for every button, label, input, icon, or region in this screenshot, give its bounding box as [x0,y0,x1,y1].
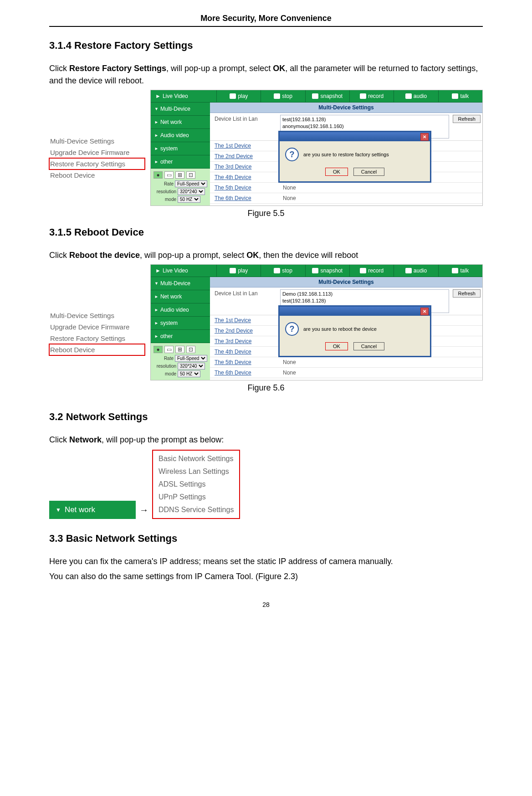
sidebar-item[interactable]: Multi-Device [151,103,210,116]
ok-button[interactable]: OK [325,168,348,176]
app-screenshot-56: ► Live Video play stop snapshot record a… [150,264,483,380]
view-2-icon[interactable]: ▭ [164,346,174,353]
ok-button[interactable]: OK [325,342,348,350]
sidebar-item[interactable]: Multi-Device [151,277,210,290]
view-9-icon[interactable]: ⊡ [186,346,195,353]
device-slot-label[interactable]: The 3rd Device [210,336,278,346]
stop-icon [274,93,280,99]
resolution-select[interactable]: 320*240 [178,188,205,195]
close-icon[interactable]: ✕ [420,133,429,141]
submenu-item[interactable]: Basic Network Settings [158,452,235,465]
close-icon[interactable]: ✕ [420,308,429,315]
device-slot-label[interactable]: The 3rd Device [210,162,278,172]
stop-button[interactable]: stop [261,90,305,102]
view-4-icon[interactable]: ⊞ [175,346,184,353]
sidebar-item[interactable]: system [151,317,210,330]
sidebar-item[interactable]: other [151,330,210,343]
paragraph-33a: Here you can fix the camera's IP address… [49,555,483,568]
resolution-label: resolution [153,188,176,195]
talk-icon [452,268,458,273]
menu-item[interactable]: Multi-Device Settings [49,135,145,147]
device-slot-value: None [278,357,482,367]
cancel-button[interactable]: Cancel [353,342,384,350]
figure-caption: Figure 5.5 [49,209,483,218]
sidebar-item[interactable]: Net work [151,116,210,129]
snapshot-button[interactable]: snapshot [305,265,349,277]
sidebar: Multi-Device Net work Audio video system… [151,103,210,205]
question-icon: ? [285,148,299,161]
submenu-item[interactable]: UPnP Settings [158,491,235,503]
menu-item-highlighted[interactable]: Reboot Device [49,344,145,355]
menu-item[interactable]: Upgrade Device Firmware [49,147,145,158]
device-list-label: Device List in Lan [210,288,278,315]
device-slot-label[interactable]: The 1st Device [210,315,278,325]
live-video-tab[interactable]: ► Live Video [151,265,216,277]
toolbar: ► Live Video play stop snapshot record a… [151,90,482,103]
rate-select[interactable]: Full-Speed [175,355,207,362]
mode-label: mode [153,370,176,377]
record-button[interactable]: record [349,90,394,102]
view-controls: ● ▭ ⊞ ⊡ RateFull-Speed resolution320*240… [151,343,210,380]
sidebar-item[interactable]: Audio video [151,129,210,142]
device-slot-label[interactable]: The 2nd Device [210,326,278,336]
heading-33: 3.3 Basic Network Settings [49,533,483,544]
menu-list-55: Multi-Device Settings Upgrade Device Fir… [49,90,145,181]
talk-icon [452,93,458,99]
menu-item[interactable]: Upgrade Device Firmware [49,321,145,333]
snapshot-button[interactable]: snapshot [305,90,349,102]
device-list-label: Device List in Lan [210,113,278,140]
stop-button[interactable]: stop [261,265,305,277]
mode-select[interactable]: 50 HZ [178,370,200,377]
figure-caption: Figure 5.6 [49,383,483,393]
toolbar: ► Live Video play stop snapshot record a… [151,265,482,277]
talk-button[interactable]: talk [438,265,482,277]
network-button[interactable]: Net work [49,501,136,519]
resolution-select[interactable]: 320*240 [178,363,205,370]
refresh-button[interactable]: Refresh [453,289,481,298]
view-2-icon[interactable]: ▭ [164,171,174,179]
play-icon [230,268,236,273]
menu-item[interactable]: Restore Factory Settings [49,333,145,344]
record-button[interactable]: record [349,265,394,277]
device-slot-label[interactable]: The 2nd Device [210,151,278,161]
sidebar: Multi-Device Net work Audio video system… [151,277,210,380]
sidebar-item[interactable]: system [151,142,210,155]
audio-button[interactable]: audio [394,90,438,102]
device-slot-label[interactable]: The 6th Device [210,368,278,378]
device-slot-label[interactable]: The 5th Device [210,183,278,193]
refresh-button[interactable]: Refresh [453,115,481,123]
menu-item[interactable]: Multi-Device Settings [49,310,145,321]
device-slot-label[interactable]: The 1st Device [210,141,278,151]
page-number: 28 [49,601,483,608]
sidebar-item[interactable]: other [151,155,210,169]
talk-button[interactable]: talk [438,90,482,102]
view-9-icon[interactable]: ⊡ [186,171,195,179]
confirm-dialog: ✕ ? are you sure to reboot the device OK… [278,305,431,357]
rate-label: Rate [153,355,174,362]
question-icon: ? [285,322,299,336]
view-4-icon[interactable]: ⊞ [175,171,184,179]
submenu-item[interactable]: DDNS Service Settings [158,503,235,516]
submenu-item[interactable]: Wireless Lan Settings [158,465,235,478]
menu-item-highlighted[interactable]: Restore Factory Settings [49,158,145,169]
menu-item[interactable]: Reboot Device [49,169,145,181]
play-button[interactable]: play [216,90,261,102]
submenu-item[interactable]: ADSL Settings [158,478,235,491]
rate-select[interactable]: Full-Speed [175,180,207,187]
view-1-icon[interactable]: ● [153,171,163,179]
arrow-icon: → [139,505,148,519]
device-slot-label[interactable]: The 4th Device [210,172,278,182]
device-slot-label[interactable]: The 5th Device [210,357,278,367]
mode-select[interactable]: 50 HZ [178,196,200,203]
sidebar-item[interactable]: Net work [151,290,210,303]
play-icon [230,93,236,99]
play-button[interactable]: play [216,265,261,277]
device-slot-label[interactable]: The 6th Device [210,193,278,203]
cancel-button[interactable]: Cancel [353,168,384,176]
figure-56: Multi-Device Settings Upgrade Device Fir… [49,264,483,380]
view-1-icon[interactable]: ● [153,346,163,353]
sidebar-item[interactable]: Audio video [151,303,210,317]
device-slot-label[interactable]: The 4th Device [210,347,278,357]
live-video-tab[interactable]: ► Live Video [151,90,216,102]
audio-button[interactable]: audio [394,265,438,277]
